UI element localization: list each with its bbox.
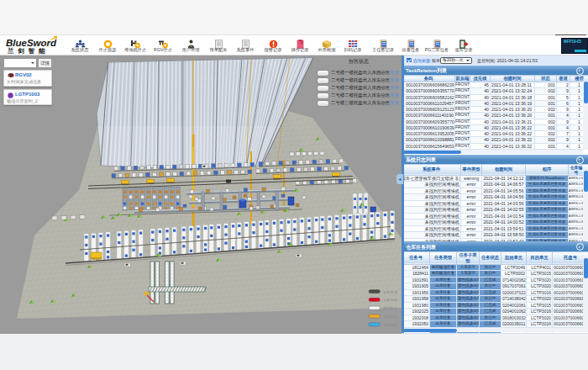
svg-text:子托盘位: 子托盘位 (383, 323, 398, 327)
svg-text:设备故障: 设备故障 (383, 298, 398, 302)
svg-text:有托盘位: 有托盘位 (383, 306, 398, 310)
svg-text:无托盘位: 无托盘位 (383, 314, 398, 319)
svg-text:设备有货: 设备有货 (383, 290, 398, 294)
